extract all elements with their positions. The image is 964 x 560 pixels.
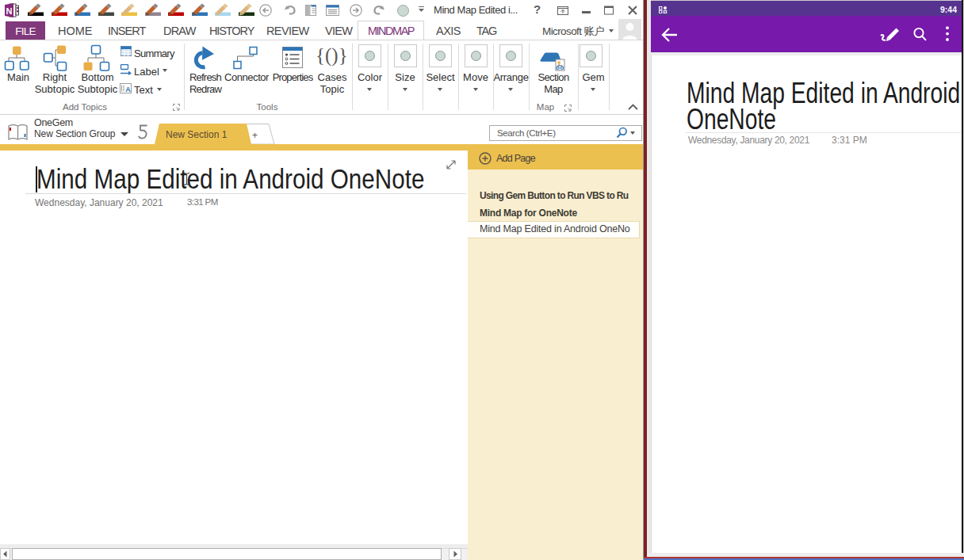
svg-text:N: N [6, 6, 13, 16]
svg-text:A: A [125, 86, 131, 93]
